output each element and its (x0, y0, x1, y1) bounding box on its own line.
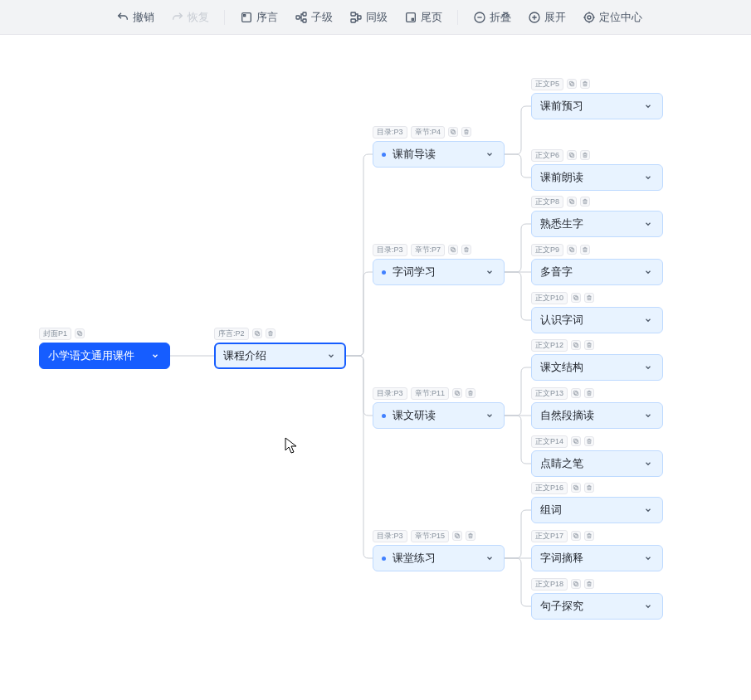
delete-icon[interactable] (461, 245, 471, 255)
chevron-down-icon[interactable] (484, 266, 495, 278)
tag-label: 目录:P3 (373, 244, 407, 256)
tag-label: 正文P6 (531, 149, 563, 162)
leaf-node[interactable]: 字词摘释 (531, 545, 663, 571)
copy-icon[interactable] (452, 388, 462, 398)
svg-point-12 (588, 16, 591, 19)
node-tags: 封面P1 (39, 328, 85, 340)
node-tags: 正文P6 (531, 149, 590, 162)
tag-label: 正文P17 (531, 530, 568, 542)
leaf-node[interactable]: 课文结构 (531, 354, 663, 381)
leaf-node[interactable]: 课前预习 (531, 93, 663, 119)
delete-icon[interactable] (584, 340, 594, 350)
leaf-node[interactable]: 点睛之笔 (531, 450, 663, 477)
section-node[interactable]: 课前导读 (373, 141, 505, 168)
section-node[interactable]: 课文研读 (373, 402, 505, 429)
leaf-node[interactable]: 组词 (531, 497, 663, 523)
leaf-node[interactable]: 课前朗读 (531, 164, 663, 191)
delete-icon[interactable] (266, 328, 276, 338)
mindmap-canvas[interactable]: 封面P1 小学语文通用课件 序言:P2 课程介绍 目录:P3 章节:P4 课前导… (0, 35, 751, 700)
node-label: 自然段摘读 (540, 408, 594, 423)
copy-icon[interactable] (567, 197, 577, 207)
leaf-node[interactable]: 认识字词 (531, 307, 663, 333)
chevron-down-icon[interactable] (642, 362, 654, 373)
chevron-down-icon[interactable] (642, 600, 654, 612)
sibling-button[interactable]: 同级 (341, 7, 396, 28)
delete-icon[interactable] (584, 293, 594, 303)
svg-rect-34 (575, 297, 578, 300)
delete-icon[interactable] (584, 436, 594, 446)
chevron-down-icon[interactable] (642, 218, 654, 230)
leaf-node[interactable]: 句子探究 (531, 593, 663, 620)
undo-button[interactable]: 撤销 (108, 7, 163, 28)
delete-icon[interactable] (584, 531, 594, 541)
tag-label: 目录:P3 (373, 126, 407, 139)
epilogue-button[interactable]: 尾页 (396, 7, 451, 28)
copy-icon[interactable] (448, 127, 458, 137)
copy-icon[interactable] (571, 579, 581, 589)
chevron-down-icon[interactable] (642, 266, 654, 278)
expand-button[interactable]: 展开 (519, 7, 574, 28)
leaf-node[interactable]: 熟悉生字 (531, 211, 663, 237)
delete-icon[interactable] (584, 579, 594, 589)
tag-label: 正文P10 (531, 292, 568, 304)
copy-icon[interactable] (452, 531, 462, 541)
intro-node[interactable]: 课程介绍 (214, 343, 346, 369)
delete-icon[interactable] (580, 245, 590, 255)
copy-icon[interactable] (571, 483, 581, 493)
chevron-down-icon[interactable] (642, 100, 654, 112)
epilogue-label: 尾页 (421, 10, 442, 25)
svg-rect-6 (351, 19, 355, 22)
leaf-node[interactable]: 多音字 (531, 259, 663, 285)
chevron-down-icon[interactable] (484, 148, 495, 160)
delete-icon[interactable] (461, 127, 471, 137)
section-node[interactable]: 课堂练习 (373, 545, 505, 571)
chevron-down-icon[interactable] (325, 350, 337, 362)
copy-icon[interactable] (448, 245, 458, 255)
center-button[interactable]: 定位中心 (574, 7, 651, 28)
copy-icon[interactable] (567, 79, 577, 89)
chevron-down-icon[interactable] (642, 552, 654, 564)
copy-icon[interactable] (252, 328, 262, 338)
delete-icon[interactable] (580, 150, 590, 160)
chevron-down-icon[interactable] (484, 552, 495, 564)
copy-icon[interactable] (571, 531, 581, 541)
copy-icon[interactable] (571, 293, 581, 303)
collapse-button[interactable]: 折叠 (465, 7, 519, 28)
delete-icon[interactable] (584, 388, 594, 398)
delete-icon[interactable] (466, 531, 475, 541)
node-tags: 正文P16 (531, 482, 594, 494)
delete-icon[interactable] (584, 483, 594, 493)
delete-icon[interactable] (580, 79, 590, 89)
child-button[interactable]: 子级 (286, 7, 341, 28)
chevron-down-icon[interactable] (642, 172, 654, 183)
copy-icon[interactable] (571, 340, 581, 350)
redo-button[interactable]: 恢复 (163, 7, 217, 28)
svg-rect-28 (571, 154, 574, 158)
root-node[interactable]: 小学语文通用课件 (39, 343, 170, 369)
chevron-down-icon[interactable] (642, 504, 654, 516)
preface-button[interactable]: 序言 (232, 7, 286, 28)
tag-label: 正文P8 (531, 196, 563, 208)
copy-icon[interactable] (75, 328, 85, 338)
leaf-node[interactable]: 自然段摘读 (531, 402, 663, 429)
svg-rect-30 (571, 201, 574, 204)
collapse-icon (473, 11, 486, 24)
copy-icon[interactable] (567, 245, 577, 255)
svg-rect-31 (569, 200, 573, 203)
tag-label: 章节:P15 (411, 530, 450, 542)
delete-icon[interactable] (466, 388, 475, 398)
chevron-down-icon[interactable] (149, 350, 161, 362)
copy-icon[interactable] (567, 150, 577, 160)
svg-rect-24 (456, 535, 460, 538)
chevron-down-icon[interactable] (642, 314, 654, 326)
section-node[interactable]: 字词学习 (373, 259, 505, 285)
chevron-down-icon[interactable] (484, 410, 495, 421)
node-tags: 正文P10 (531, 292, 594, 304)
tag-label: 正文P9 (531, 244, 563, 256)
delete-icon[interactable] (580, 197, 590, 207)
node-tags: 正文P8 (531, 196, 590, 208)
chevron-down-icon[interactable] (642, 410, 654, 421)
copy-icon[interactable] (571, 436, 581, 446)
chevron-down-icon[interactable] (642, 458, 654, 469)
copy-icon[interactable] (571, 388, 581, 398)
